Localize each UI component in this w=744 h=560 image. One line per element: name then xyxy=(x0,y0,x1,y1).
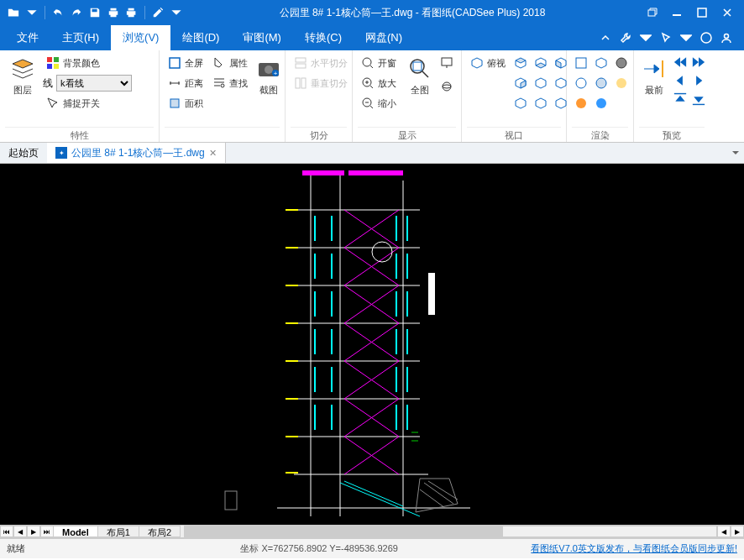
redo-icon[interactable] xyxy=(68,4,85,21)
bgcolor-button[interactable]: 背景颜色 xyxy=(43,54,132,72)
maximize-icon[interactable] xyxy=(690,3,714,22)
layout-tab-model[interactable]: Model xyxy=(54,526,98,537)
print-icon[interactable] xyxy=(105,4,122,21)
layout-tab-2[interactable]: 布局2 xyxy=(139,526,181,537)
render-mode-8-icon[interactable] xyxy=(592,94,610,113)
render-mode-3-icon[interactable] xyxy=(612,54,631,72)
menu-review[interactable]: 审图(M) xyxy=(231,25,293,50)
hscroll-right-icon[interactable]: ▶ xyxy=(731,526,744,537)
file-open-icon[interactable] xyxy=(5,4,22,21)
restore-window-icon[interactable] xyxy=(640,3,663,22)
minimize-icon[interactable] xyxy=(665,3,689,22)
birdseye-button[interactable]: 俯视 xyxy=(467,54,509,72)
preview-front-button[interactable]: 最前 xyxy=(639,54,669,98)
hsplit-button[interactable]: 水平切分 xyxy=(291,54,351,72)
tab-close-icon[interactable]: ✕ xyxy=(209,148,217,159)
render-mode-2-icon[interactable] xyxy=(592,54,610,72)
layout-last-icon[interactable]: ⏭ xyxy=(40,526,54,537)
undo-icon[interactable] xyxy=(50,4,66,21)
pointer-icon[interactable] xyxy=(658,30,673,45)
snap-button[interactable]: 捕捉开关 xyxy=(43,94,132,113)
tab-file[interactable]: ✦ 公园里 8# 1-1核心筒—王.dwg ✕ xyxy=(47,143,226,163)
menu-draw[interactable]: 绘图(D) xyxy=(170,25,231,50)
menu-home[interactable]: 主页(H) xyxy=(50,25,111,50)
preview-next-icon[interactable] xyxy=(690,72,707,89)
svg-rect-1 xyxy=(673,14,681,16)
print-preview-icon[interactable] xyxy=(123,4,140,21)
wrench-dropdown-icon[interactable] xyxy=(638,30,653,45)
zoom-in-button[interactable]: 放大 xyxy=(358,74,400,92)
linetype-select[interactable]: 线k看线 xyxy=(43,74,132,92)
wrench-icon[interactable] xyxy=(618,30,633,45)
layout-prev-icon[interactable]: ◀ xyxy=(13,526,27,537)
menu-file[interactable]: 文件 xyxy=(5,25,50,50)
svg-point-28 xyxy=(443,85,451,88)
collapse-ribbon-icon[interactable] xyxy=(598,30,613,45)
svg-point-21 xyxy=(363,58,371,66)
svg-rect-6 xyxy=(47,57,52,62)
svg-point-30 xyxy=(616,58,626,68)
tabs-expand-icon[interactable] xyxy=(727,143,744,163)
status-link[interactable]: 看图纸V7.0英文版发布，与看图纸会员版同步更新! xyxy=(531,542,737,555)
menu-cloud[interactable]: 网盘(N) xyxy=(354,25,414,50)
attr-button[interactable]: 属性 xyxy=(209,54,251,72)
render-mode-7-icon[interactable] xyxy=(572,94,590,113)
view-sw-icon[interactable] xyxy=(511,94,530,113)
svg-point-14 xyxy=(265,65,273,74)
render-mode-5-icon[interactable] xyxy=(592,74,610,92)
preview-down-icon[interactable] xyxy=(690,91,707,107)
find-button[interactable]: 查找 xyxy=(209,74,251,92)
hscroll-left-icon[interactable]: ◀ xyxy=(717,526,731,537)
tab-start[interactable]: 起始页 xyxy=(0,143,47,163)
view-left-icon[interactable] xyxy=(532,74,550,92)
render-grid xyxy=(572,54,631,113)
menu-browse[interactable]: 浏览(V) xyxy=(111,25,170,50)
preview-up-icon[interactable] xyxy=(672,91,689,107)
group-viewport-label: 视口 xyxy=(467,127,561,142)
close-icon[interactable] xyxy=(715,3,739,22)
view-back-icon[interactable] xyxy=(511,74,530,92)
status-ready: 就绪 xyxy=(7,542,107,555)
pan-button[interactable] xyxy=(440,54,453,72)
zoom-out-button[interactable]: 缩小 xyxy=(358,94,400,113)
view-top-icon[interactable] xyxy=(511,54,530,72)
view-cube-grid xyxy=(511,54,570,113)
layout-first-icon[interactable]: ⏮ xyxy=(0,526,13,537)
vsplit-button[interactable]: 垂直切分 xyxy=(291,74,351,92)
save-icon[interactable] xyxy=(86,4,103,21)
distance-button[interactable]: 距离 xyxy=(165,74,207,92)
svg-point-5 xyxy=(725,34,729,39)
svg-rect-29 xyxy=(576,58,586,68)
drawing-canvas[interactable] xyxy=(0,164,744,525)
hscrollbar[interactable] xyxy=(184,526,717,537)
zoom-window-button[interactable]: 开窗 xyxy=(358,54,400,72)
front-label: 最前 xyxy=(645,84,663,97)
svg-rect-97 xyxy=(348,170,403,175)
zoom-extents-button[interactable]: 全图 xyxy=(402,54,437,98)
screenshot-button[interactable]: + 截图 xyxy=(254,54,284,98)
preview-prev-icon[interactable] xyxy=(672,72,689,89)
preview-last-icon[interactable] xyxy=(690,54,707,71)
fullscreen-button[interactable]: 全屏 xyxy=(165,54,207,72)
svg-point-33 xyxy=(616,78,626,88)
file-dropdown-icon[interactable] xyxy=(24,4,40,21)
render-mode-1-icon[interactable] xyxy=(572,54,590,72)
layers-button[interactable]: 图层 xyxy=(5,54,40,98)
menu-convert[interactable]: 转换(C) xyxy=(293,25,354,50)
render-mode-6-icon[interactable] xyxy=(612,74,631,92)
help-icon[interactable]: ? xyxy=(699,30,714,45)
edit-icon[interactable] xyxy=(149,4,166,21)
pointer-dropdown-icon[interactable] xyxy=(679,30,694,45)
render-mode-4-icon[interactable] xyxy=(572,74,590,92)
layout-next-icon[interactable]: ▶ xyxy=(27,526,40,537)
view-bottom-icon[interactable] xyxy=(532,54,550,72)
user-icon[interactable] xyxy=(719,30,734,45)
layout-tab-1[interactable]: 布局1 xyxy=(98,526,139,537)
area-button[interactable]: 面积 xyxy=(165,94,207,113)
preview-first-icon[interactable] xyxy=(672,54,689,71)
hscrollbar-thumb[interactable] xyxy=(184,526,503,536)
view-se-icon[interactable] xyxy=(532,94,550,113)
statusbar: 就绪 坐标 X=762756.8902 Y=-489536.9269 看图纸V7… xyxy=(0,538,744,558)
orbit-button[interactable] xyxy=(440,77,453,96)
edit-dropdown-icon[interactable] xyxy=(168,4,185,21)
